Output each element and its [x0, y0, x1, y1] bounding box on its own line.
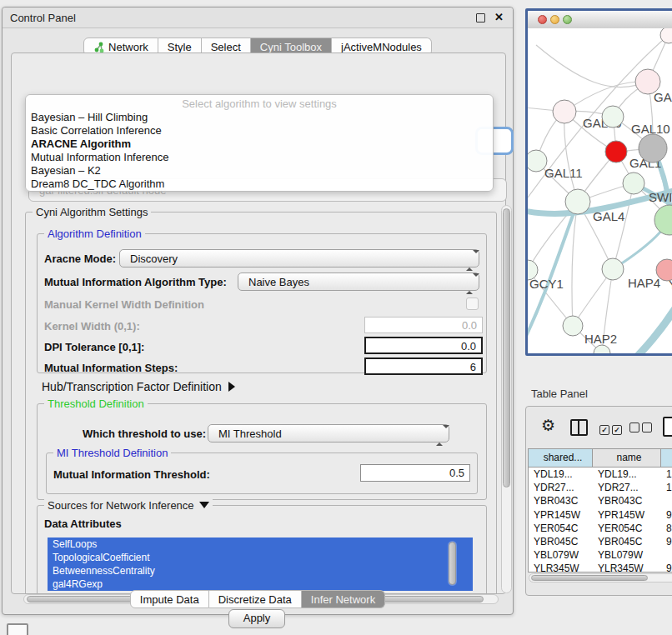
minimized-panel-icon[interactable] — [7, 623, 28, 635]
attributes-scrollbar[interactable] — [448, 541, 457, 586]
cyni-bottom-tabbar: Impute DataDiscretize DataInfer Network — [3, 590, 513, 608]
mi-threshold-label: Mutual Information Threshold: — [53, 468, 210, 481]
table-row[interactable]: YDR27...YDR27...12 — [529, 481, 672, 494]
network-node[interactable] — [654, 205, 672, 235]
aracne-mode-value: Discovery — [130, 252, 178, 265]
tab-infer-network[interactable]: Infer Network — [302, 590, 385, 608]
table-row[interactable]: YLR345WYLR345W9. — [529, 562, 672, 572]
table-panel-title: Table Panel — [531, 388, 588, 400]
sources-title[interactable]: Sources for Network Inference — [44, 499, 213, 512]
close-panel-icon[interactable]: ✕ — [494, 11, 504, 23]
network-node-gal1[interactable] — [605, 141, 627, 162]
settings-viewport: Cyni Algorithm Settings Algorithm Defini… — [23, 205, 499, 593]
tab-discretize-data[interactable]: Discretize Data — [209, 590, 302, 608]
dropdown-item[interactable]: Mutual Information Inference — [26, 151, 493, 164]
close-window-icon[interactable] — [538, 15, 547, 24]
algorithm-dropdown-list: Select algorithm to view settings Bayesi… — [25, 94, 494, 192]
gear-icon[interactable]: ⚙ — [541, 418, 555, 434]
float-panel-icon[interactable] — [476, 13, 485, 22]
minimize-window-icon[interactable] — [550, 15, 559, 24]
network-node-gal80[interactable] — [553, 100, 576, 123]
table-header-row: shared...nameA — [529, 449, 672, 468]
spinner-arrows-icon — [466, 253, 473, 268]
table-row[interactable]: YER054CYER054C8. — [529, 522, 672, 535]
expand-right-icon — [228, 382, 235, 392]
node-label: GAL4 — [593, 209, 624, 223]
node-label: HAP2 — [584, 332, 617, 346]
network-node-hap4[interactable] — [602, 258, 624, 280]
deselect-all-icon[interactable] — [629, 421, 654, 436]
network-canvas[interactable]: GALGAL80GAL10GAL1GAL11SWI4GAL4GCY1HAP4YH… — [528, 28, 672, 353]
column-header[interactable]: A — [661, 449, 672, 467]
which-threshold-combo[interactable]: MI Threshold — [208, 424, 449, 442]
tab-label: Style — [168, 41, 192, 53]
table-row[interactable]: YBR045CYBR045C9. — [529, 535, 672, 548]
network-node-hap2[interactable] — [563, 316, 583, 336]
table-cell: YBR045C — [593, 535, 661, 548]
table-horizontal-scrollbar[interactable] — [529, 573, 672, 582]
apply-button[interactable]: Apply — [228, 609, 285, 628]
zoom-window-icon[interactable] — [563, 15, 572, 24]
table-row[interactable]: YDL19...YDL19...13 — [529, 468, 672, 481]
manual-kernel-width-checkbox[interactable] — [466, 298, 479, 310]
table-cell: YDR27... — [593, 481, 661, 494]
column-layout-icon[interactable] — [570, 419, 588, 436]
algorithm-definition-title: Algorithm Definition — [44, 228, 145, 240]
column-header[interactable]: shared... — [529, 449, 593, 467]
algorithm-dropdown-placeholder: Select algorithm to view settings — [26, 95, 493, 111]
mi-steps-field[interactable]: 6 — [364, 358, 483, 375]
table-cell: YER054C — [529, 522, 593, 535]
hub-tf-definition-toggle[interactable]: Hub/Transcription Factor Definition — [42, 380, 235, 393]
tab-label: Impute Data — [140, 593, 199, 606]
mi-algorithm-type-combo[interactable]: Naive Bayes — [238, 272, 479, 291]
network-node-swi4[interactable] — [623, 172, 644, 194]
network-graph: GALGAL80GAL10GAL1GAL11SWI4GAL4GCY1HAP4YH… — [528, 28, 672, 356]
table-cell: 9. — [661, 562, 672, 572]
settings-vertical-scrollbar[interactable] — [501, 205, 512, 593]
network-edge-highlighted[interactable] — [607, 293, 672, 356]
dropdown-item[interactable]: Dream8 DC_TDC Algorithm — [26, 178, 493, 191]
attribute-item[interactable]: BetweennessCentrality — [48, 564, 473, 578]
table-cell: YER054C — [593, 522, 661, 535]
table-cell: YBL079W — [529, 548, 593, 562]
tab-label: Cyni Toolbox — [260, 41, 322, 53]
cyni-algorithm-settings-title: Cyni Algorithm Settings — [33, 206, 151, 218]
node-label: GCY1 — [529, 277, 564, 291]
tab-impute-data[interactable]: Impute Data — [130, 590, 209, 608]
table-cell: YDR27... — [529, 481, 593, 494]
manual-kernel-width-label: Manual Kernel Width Definition — [44, 298, 204, 311]
select-all-icon[interactable]: ✓✓ — [599, 421, 624, 436]
sources-group: Sources for Network Inference Data Attri… — [37, 505, 487, 593]
network-edge[interactable] — [536, 45, 648, 88]
mi-threshold-field[interactable]: 0.5 — [360, 464, 470, 482]
network-node[interactable] — [594, 345, 610, 356]
network-edge[interactable] — [564, 112, 578, 202]
data-attributes-list: SelfLoopsTopologicalCoefficientBetweenne… — [48, 538, 473, 591]
dpi-tolerance-field[interactable]: 0.0 — [364, 337, 483, 354]
table-row[interactable]: YBR043CYBR043C — [529, 494, 672, 508]
table-row[interactable]: YPR145WYPR145W9. — [529, 508, 672, 522]
node-label: SWI4 — [649, 190, 672, 204]
attribute-item[interactable]: SelfLoops — [48, 538, 473, 551]
new-table-icon[interactable] — [663, 417, 672, 437]
column-header[interactable]: name — [593, 449, 661, 467]
network-node[interactable] — [639, 134, 667, 162]
table-row[interactable]: YBL079WYBL079W — [529, 548, 672, 562]
table-cell: YBR043C — [529, 494, 593, 508]
kernel-width-field[interactable]: 0.0 — [364, 317, 483, 333]
mi-threshold-definition-title: MI Threshold Definition — [53, 447, 171, 459]
attribute-item[interactable]: gal4RGexp — [48, 578, 473, 591]
dropdown-item[interactable]: Bayesian – K2 — [26, 164, 493, 178]
dropdown-item[interactable]: Bayesian – Hill Climbing — [26, 111, 493, 124]
attribute-item[interactable]: TopologicalCoefficient — [48, 551, 473, 564]
dropdown-item[interactable]: ARACNE Algorithm — [26, 138, 493, 151]
mi-steps-label: Mutual Information Steps: — [44, 362, 178, 374]
network-node-gal4[interactable] — [565, 189, 590, 214]
network-node-gal10[interactable] — [602, 106, 624, 128]
mi-algorithm-type-label: Mutual Information Algorithm Type: — [44, 276, 227, 288]
aracne-mode-combo[interactable]: Discovery — [119, 249, 479, 268]
node-label: HAP4 — [628, 276, 660, 290]
mi-algorithm-type-value: Naive Bayes — [248, 276, 309, 288]
dropdown-item[interactable]: Basic Correlation Inference — [26, 124, 493, 138]
table-cell: YPR145W — [529, 508, 593, 522]
